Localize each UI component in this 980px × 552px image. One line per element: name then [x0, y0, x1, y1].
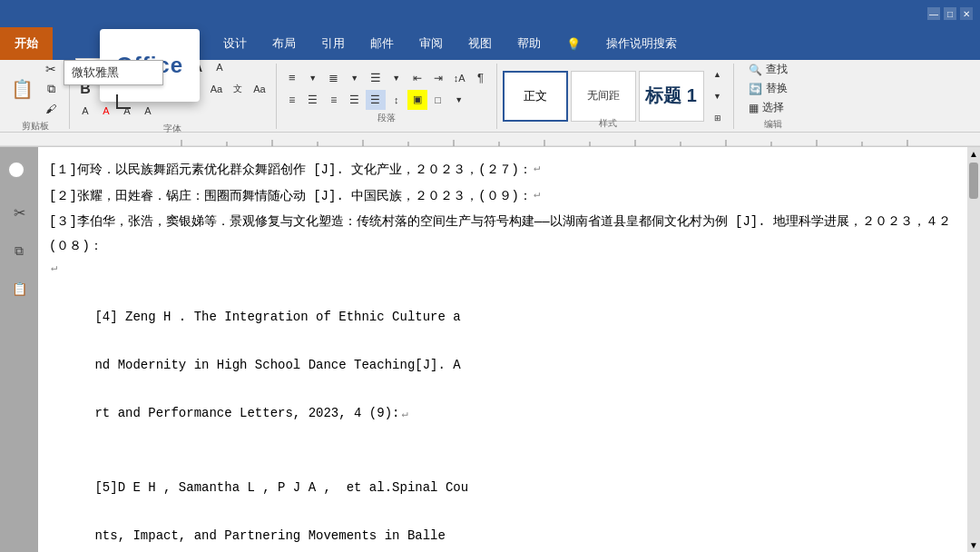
tab-start[interactable]: 开始 — [0, 27, 53, 60]
document-area: ✂ ⧉ 📋 [１]何玲．以民族舞蹈元素优化群众舞蹈创作 [J]. 文化产业，２０… — [0, 147, 980, 552]
clipboard-label: 剪贴板 — [22, 120, 49, 133]
paste-margin-icon[interactable]: 📋 — [8, 278, 30, 300]
tab-help[interactable]: 帮助 — [505, 27, 554, 60]
format-painter-icon: 🖌 — [45, 103, 56, 115]
show-para-button[interactable]: ¶ — [471, 68, 491, 88]
justify-button[interactable]: ☰ — [345, 90, 365, 110]
lightbulb-icon: 💡 — [566, 37, 581, 51]
line-spacing-button[interactable]: ↕ — [387, 90, 407, 110]
tab-review-label: 审阅 — [419, 35, 443, 52]
highlight-button[interactable]: A — [75, 101, 95, 121]
scrollbar-thumb[interactable] — [969, 163, 978, 199]
replace-label: 替换 — [766, 81, 788, 96]
phonetic-button[interactable]: 文 — [228, 79, 248, 99]
font-special-button[interactable]: A — [138, 101, 158, 121]
minimize-button[interactable]: — — [927, 7, 940, 20]
numbering-button[interactable]: ≣ — [324, 68, 344, 88]
align-left-button[interactable]: ≡ — [282, 90, 302, 110]
tab-tip[interactable]: 💡 — [554, 27, 593, 60]
tab-help-label: 帮助 — [517, 35, 541, 52]
style-normal-box[interactable]: 正文 — [503, 71, 568, 122]
copy-icon: ⧉ — [47, 82, 55, 96]
clipboard-buttons: 📋 ✂ ⧉ 🖌 — [7, 60, 64, 118]
tab-view-label: 视图 — [468, 35, 492, 52]
tab-search-label: 操作说明搜索 — [606, 35, 677, 52]
find-button[interactable]: 🔍 查找 — [745, 61, 801, 78]
decrease-font-button[interactable]: A — [210, 57, 230, 77]
border-dropdown[interactable]: ▼ — [449, 90, 469, 110]
multilevel-dropdown[interactable]: ▼ — [387, 68, 407, 88]
reference-5: [5]D E H , Samantha L , P J A , et al.Sp… — [49, 451, 953, 552]
vertical-scrollbar[interactable]: ▲ ▼ — [967, 147, 980, 552]
return-symbol-3: ↵ — [51, 258, 57, 279]
tab-layout[interactable]: 布局 — [260, 27, 309, 60]
style-expand[interactable]: ⊞ — [708, 108, 728, 128]
tab-design[interactable]: 设计 — [211, 27, 260, 60]
close-button[interactable]: ✕ — [960, 7, 973, 20]
reference-2: [２]张耀，田姓睿．锅庄：围圈而舞情随心动 [J]. 中国民族，２０２３，(０９… — [49, 184, 953, 209]
ruler-svg: // Can't run JS in SVG here, just draw a… — [0, 133, 980, 147]
copy-margin-icon[interactable]: ⧉ — [8, 240, 30, 261]
paragraph-label: 段落 — [377, 112, 396, 124]
style-scroll-down[interactable]: ▼ — [708, 86, 728, 106]
svg-rect-0 — [0, 133, 980, 147]
multilevel-button[interactable]: ☰ — [366, 68, 386, 88]
tab-search[interactable]: 操作说明搜索 — [593, 27, 690, 60]
style-section: 正文 无间距 标题 1 ▲ ▼ ⊞ 样式 — [497, 64, 734, 129]
border-button[interactable]: □ — [428, 90, 448, 110]
bullets-dropdown[interactable]: ▼ — [303, 68, 323, 88]
style-boxes: 正文 无间距 标题 1 — [503, 71, 704, 122]
left-toolbar-icons: ✂ ⧉ 📋 — [8, 202, 30, 307]
copy-button[interactable]: ⧉ — [38, 80, 64, 98]
paragraph-row2: ≡ ☰ ≡ ☰ ☰ ↕ ▣ □ ▼ — [282, 90, 469, 110]
style-label: 样式 — [599, 117, 617, 130]
page-content[interactable]: [１]何玲．以民族舞蹈元素优化群众舞蹈创作 [J]. 文化产业，２０２３，(２７… — [38, 147, 967, 552]
style-scroll: ▲ ▼ ⊞ — [708, 64, 728, 128]
bullets-button[interactable]: ≡ — [282, 68, 302, 88]
cut-icon: ✂ — [45, 62, 56, 76]
paste-icon: 📋 — [11, 78, 34, 100]
reference-4: [4] Zeng H . The Integration of Ethnic C… — [49, 281, 953, 449]
font-name-display: 微软雅黑 — [72, 65, 119, 79]
decrease-indent-button[interactable]: ⇤ — [407, 68, 427, 88]
scroll-down-button[interactable]: ▼ — [967, 538, 980, 552]
tab-view[interactable]: 视图 — [456, 27, 505, 60]
style-section-label: 样式 — [599, 118, 617, 128]
replace-button[interactable]: 🔄 替换 — [745, 80, 801, 97]
maximize-button[interactable]: □ — [944, 7, 956, 20]
select-button[interactable]: ▦ 选择 — [745, 99, 801, 116]
clipboard-sub-buttons: ✂ ⧉ 🖌 — [38, 60, 64, 118]
sort-button[interactable]: ↕A — [449, 68, 470, 88]
cut-button[interactable]: ✂ — [38, 60, 64, 78]
title-bar: — □ ✕ — [0, 0, 980, 27]
tab-reference[interactable]: 引用 — [309, 27, 358, 60]
shading-button[interactable]: ▣ — [407, 90, 427, 110]
tab-design-label: 设计 — [223, 35, 247, 52]
numbering-dropdown[interactable]: ▼ — [345, 68, 365, 88]
scroll-up-button[interactable]: ▲ — [967, 147, 980, 161]
scroll-indicator-circle — [7, 161, 25, 179]
window-controls[interactable]: — □ ✕ — [927, 7, 973, 20]
paragraph-section: ≡ ▼ ≣ ▼ ☰ ▼ ⇤ ⇥ ↕A ¶ ≡ ☰ ≡ ☰ ☰ ↕ ▣ □ ▼ — [277, 64, 497, 129]
align-right-button[interactable]: ≡ — [324, 90, 344, 110]
format-painter-button[interactable]: 🖌 — [38, 100, 64, 118]
edit-section: 🔍 查找 🔄 替换 ▦ 选择 编辑 — [741, 64, 805, 129]
select-label: 选择 — [762, 100, 784, 115]
justify-active-button[interactable]: ☰ — [366, 90, 386, 110]
replace-icon: 🔄 — [749, 83, 762, 95]
scissors-icon[interactable]: ✂ — [8, 202, 30, 223]
increase-indent-button[interactable]: ⇥ — [428, 68, 448, 88]
style-scroll-up[interactable]: ▲ — [708, 64, 728, 84]
style-no-spacing-box[interactable]: 无间距 — [571, 71, 636, 122]
text-color-button[interactable]: A — [96, 101, 116, 121]
style-title-box[interactable]: 标题 1 — [639, 71, 704, 122]
paste-button[interactable]: 📋 — [7, 69, 36, 109]
align-center-button[interactable]: ☰ — [303, 90, 323, 110]
clear-format-button[interactable]: Aa — [206, 79, 227, 99]
tab-mail[interactable]: 邮件 — [358, 27, 407, 60]
font-dropdown[interactable]: 微软雅黑 — [64, 60, 163, 85]
edit-section-label: 编辑 — [745, 118, 801, 131]
tab-review[interactable]: 审阅 — [407, 27, 456, 60]
text-case-button[interactable]: Aa — [249, 79, 270, 99]
style-normal-label: 正文 — [524, 88, 547, 104]
